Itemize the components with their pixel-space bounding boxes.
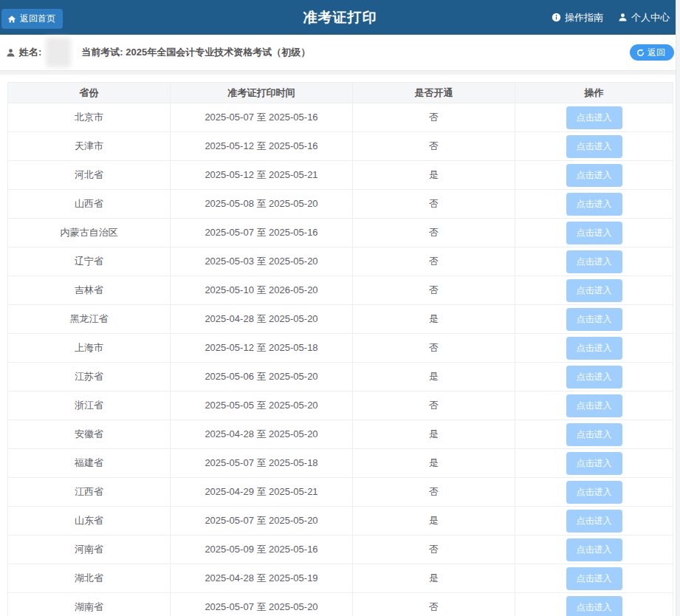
enter-button[interactable]: 点击进入	[566, 452, 622, 475]
open-status-cell: 否	[353, 478, 515, 507]
action-cell: 点击进入	[515, 305, 673, 334]
enter-button[interactable]: 点击进入	[566, 193, 622, 216]
header-right-links: 操作指南 个人中心	[552, 0, 670, 35]
user-center-link[interactable]: 个人中心	[618, 11, 670, 24]
action-cell: 点击进入	[515, 190, 673, 219]
guide-link[interactable]: 操作指南	[552, 11, 603, 24]
table-row: 福建省2025-05-07 至 2025-05-18是点击进入	[8, 449, 673, 478]
enter-button[interactable]: 点击进入	[566, 596, 622, 616]
scrollbar-track[interactable]	[676, 0, 680, 616]
open-status-cell: 否	[353, 334, 515, 363]
top-header-bar: 返回首页 准考证打印 操作指南 个人中心	[0, 0, 680, 35]
print-period-cell: 2025-05-03 至 2025-05-20	[171, 247, 353, 276]
column-header-open-status: 是否开通	[353, 83, 515, 103]
table-row: 北京市2025-05-07 至 2025-05-16否点击进入	[8, 103, 673, 132]
enter-button[interactable]: 点击进入	[566, 481, 622, 504]
open-status-cell: 否	[353, 535, 515, 564]
province-cell: 吉林省	[8, 276, 171, 305]
person-icon	[618, 13, 628, 22]
print-period-cell: 2025-05-12 至 2025-05-21	[171, 161, 353, 190]
enter-button[interactable]: 点击进入	[566, 106, 622, 129]
table-row: 黑龙江省2025-04-28 至 2025-05-20是点击进入	[8, 305, 673, 334]
open-status-cell: 是	[353, 564, 515, 593]
enter-button[interactable]: 点击进入	[566, 222, 622, 244]
enter-button[interactable]: 点击进入	[566, 308, 622, 331]
action-cell: 点击进入	[515, 334, 673, 363]
enter-button[interactable]: 点击进入	[566, 538, 622, 561]
province-cell: 江西省	[8, 478, 171, 507]
action-cell: 点击进入	[515, 363, 673, 391]
table-row: 安徽省2025-04-28 至 2025-05-20是点击进入	[8, 420, 673, 449]
table-row: 江西省2025-04-29 至 2025-05-21否点击进入	[8, 478, 673, 507]
enter-button[interactable]: 点击进入	[566, 250, 622, 273]
action-cell: 点击进入	[515, 478, 673, 507]
table-row: 湖南省2025-05-07 至 2025-05-20否点击进入	[8, 593, 673, 616]
column-header-print-period: 准考证打印时间	[171, 83, 353, 103]
open-status-cell: 是	[353, 420, 515, 449]
open-status-cell: 否	[353, 190, 515, 219]
print-period-cell: 2025-05-10 至 2026-05-20	[171, 276, 353, 305]
action-cell: 点击进入	[515, 593, 673, 616]
guide-label: 操作指南	[565, 11, 603, 24]
enter-button[interactable]: 点击进入	[566, 567, 622, 590]
province-cell: 湖北省	[8, 564, 171, 593]
table-row: 河北省2025-05-12 至 2025-05-21是点击进入	[8, 161, 673, 190]
open-status-cell: 是	[353, 305, 515, 334]
name-label: 姓名:	[19, 46, 41, 59]
action-cell: 点击进入	[515, 132, 673, 161]
province-cell: 天津市	[8, 132, 171, 161]
table-row: 天津市2025-05-12 至 2025-05-16否点击进入	[8, 132, 673, 161]
open-status-cell: 否	[353, 391, 515, 420]
print-period-cell: 2025-05-06 至 2025-05-20	[171, 363, 353, 391]
action-cell: 点击进入	[515, 420, 673, 449]
open-status-cell: 是	[353, 161, 515, 190]
enter-button[interactable]: 点击进入	[566, 510, 622, 533]
current-exam-text: 当前考试: 2025年全国会计专业技术资格考试（初级）	[81, 46, 310, 59]
open-status-cell: 否	[353, 219, 515, 247]
column-header-action: 操作	[515, 83, 673, 103]
enter-button[interactable]: 点击进入	[566, 164, 622, 187]
action-cell: 点击进入	[515, 564, 673, 593]
table-row: 河南省2025-05-09 至 2025-05-16否点击进入	[8, 535, 673, 564]
table-header-row: 省份 准考证打印时间 是否开通 操作	[8, 83, 673, 103]
action-cell: 点击进入	[515, 507, 673, 535]
province-cell: 山西省	[8, 190, 171, 219]
province-cell: 河北省	[8, 161, 171, 190]
action-cell: 点击进入	[515, 449, 673, 478]
print-period-cell: 2025-04-28 至 2025-05-20	[171, 305, 353, 334]
province-cell: 上海市	[8, 334, 171, 363]
print-period-cell: 2025-05-12 至 2025-05-18	[171, 334, 353, 363]
table-row: 山西省2025-05-08 至 2025-05-20否点击进入	[8, 190, 673, 219]
action-cell: 点击进入	[515, 103, 673, 132]
enter-button[interactable]: 点击进入	[566, 394, 622, 417]
enter-button[interactable]: 点击进入	[566, 366, 622, 389]
enter-button[interactable]: 点击进入	[566, 337, 622, 360]
print-period-cell: 2025-05-07 至 2025-05-20	[171, 507, 353, 535]
print-period-cell: 2025-05-09 至 2025-05-16	[171, 535, 353, 564]
print-period-cell: 2025-04-28 至 2025-05-19	[171, 564, 353, 593]
redacted-name	[46, 38, 71, 67]
back-button[interactable]: 返回	[630, 44, 674, 61]
table-row: 内蒙古自治区2025-05-07 至 2025-05-16否点击进入	[8, 219, 673, 247]
province-cell: 河南省	[8, 535, 171, 564]
user-center-label: 个人中心	[631, 11, 670, 24]
print-period-cell: 2025-05-12 至 2025-05-16	[171, 132, 353, 161]
action-cell: 点击进入	[515, 161, 673, 190]
open-status-cell: 否	[353, 276, 515, 305]
user-info-bar: 姓名: 当前考试: 2025年全国会计专业技术资格考试（初级） 返回	[0, 35, 680, 70]
province-table-container: 省份 准考证打印时间 是否开通 操作 北京市2025-05-07 至 2025-…	[7, 82, 673, 616]
action-cell: 点击进入	[515, 391, 673, 420]
table-row: 江苏省2025-05-06 至 2025-05-20是点击进入	[8, 363, 673, 391]
print-period-cell: 2025-05-08 至 2025-05-20	[171, 190, 353, 219]
enter-button[interactable]: 点击进入	[566, 423, 622, 446]
table-row: 辽宁省2025-05-03 至 2025-05-20否点击进入	[8, 247, 673, 276]
column-header-province: 省份	[8, 83, 171, 103]
enter-button[interactable]: 点击进入	[566, 279, 622, 302]
print-period-cell: 2025-04-29 至 2025-05-21	[171, 478, 353, 507]
table-row: 湖北省2025-04-28 至 2025-05-19是点击进入	[8, 564, 673, 593]
open-status-cell: 是	[353, 449, 515, 478]
province-table-body: 北京市2025-05-07 至 2025-05-16否点击进入天津市2025-0…	[8, 103, 673, 616]
enter-button[interactable]: 点击进入	[566, 135, 622, 158]
province-cell: 黑龙江省	[8, 305, 171, 334]
open-status-cell: 否	[353, 132, 515, 161]
